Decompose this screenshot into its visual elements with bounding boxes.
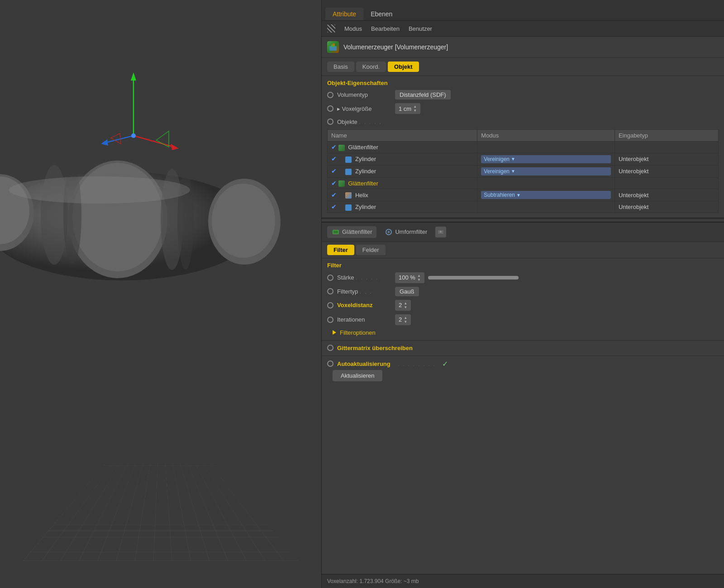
row-check[interactable]: ✔ <box>331 191 337 199</box>
tab-felder[interactable]: Felder <box>356 245 386 255</box>
properties-panel: Attribute Ebenen Modus Bearbeiten Benutz… <box>321 0 724 588</box>
svg-text:+: + <box>439 229 442 234</box>
table-row[interactable]: ✔ Glättenfilter <box>328 177 719 189</box>
tab-filter[interactable]: Filter <box>327 245 354 255</box>
spinner-arrows-staerke[interactable]: ▲▼ <box>417 274 421 282</box>
filtertyp-label: Filtertyp . . . <box>337 288 391 295</box>
voxelgroesse-spinner[interactable]: 1 cm ▲ ▼ <box>395 103 420 114</box>
svg-marker-20 <box>111 133 121 144</box>
row-icon-blue <box>345 169 352 175</box>
staerke-slider[interactable] <box>428 276 519 280</box>
svg-rect-23 <box>333 43 335 46</box>
iterationen-spinner[interactable]: 2 ▲▼ <box>395 314 411 325</box>
section-divider <box>322 218 724 219</box>
svg-line-14 <box>133 136 174 147</box>
row-eingabe-cell: Unterobjekt <box>614 153 718 165</box>
transformfilter-icon <box>385 228 393 236</box>
staerke-dot[interactable] <box>327 275 333 281</box>
tab-koord[interactable]: Koord. <box>356 62 386 72</box>
tab-ebenen[interactable]: Ebenen <box>363 8 400 20</box>
object-icon <box>327 41 339 53</box>
bearbeiten-button[interactable]: Bearbeiten <box>371 25 400 32</box>
row-name-cell: ✔ Zylinder <box>328 153 477 165</box>
staerke-spinner[interactable]: 100 % ▲▼ <box>395 272 424 283</box>
objekte-label: Objekte . . . . . <box>337 119 391 125</box>
3d-viewport[interactable] <box>0 0 321 588</box>
table-row[interactable]: ✔ Helix Subtrahieren ▼ Unterobjekt <box>328 189 719 201</box>
objekte-dot[interactable] <box>327 119 333 125</box>
row-modus-cell: Vereinigen ▼ <box>477 153 615 165</box>
row-check[interactable]: ✔ <box>331 167 337 175</box>
filtertyp-dropdown[interactable]: Gauß <box>395 287 419 296</box>
filteroptionen-row[interactable]: Filteroptionen <box>322 327 724 338</box>
modus-dropdown[interactable]: Vereinigen ▼ <box>481 167 611 175</box>
benutzer-button[interactable]: Benutzer <box>409 25 432 32</box>
autoaktualisierung-label: Autoaktualisierung <box>337 360 391 367</box>
row-icon-group <box>338 145 345 151</box>
umformfilter-btn[interactable]: Umformfilter <box>380 226 432 238</box>
row-modus-cell: Vereinigen ▼ <box>477 165 615 177</box>
tab-basis[interactable]: Basis <box>327 62 354 72</box>
row-modus-cell <box>477 142 615 153</box>
row-check[interactable]: ✔ <box>331 155 337 162</box>
object-title: Volumenerzeuger [Volumenerzeuger] <box>343 43 448 51</box>
iterationen-label: Iterationen <box>337 316 391 323</box>
svg-marker-15 <box>171 144 179 150</box>
glaettenfilter-btn[interactable]: Glättenfilter <box>327 226 376 238</box>
svg-point-11 <box>9 176 190 204</box>
modus-dropdown[interactable]: Subtrahieren ▼ <box>481 191 611 199</box>
filtertyp-dot[interactable] <box>327 288 333 294</box>
row-name-cell: ✔ Zylinder <box>328 165 477 177</box>
modus-dropdown[interactable]: Vereinigen ▼ <box>481 155 611 163</box>
iterationen-row: Iterationen 2 ▲▼ <box>322 313 724 327</box>
autoaktualisierung-dot[interactable] <box>327 360 333 367</box>
volumentyp-label: Volumentyp <box>337 91 391 98</box>
aktualisieren-button[interactable]: Aktualisieren <box>333 370 382 381</box>
voxeldistanz-row: Voxeldistanz 2 ▲▼ <box>322 298 724 313</box>
objekte-row: Objekte . . . . . <box>322 116 724 128</box>
tab-objekt[interactable]: Objekt <box>388 62 419 72</box>
iterationen-dot[interactable] <box>327 317 333 323</box>
voxeldistanz-spinner[interactable]: 2 ▲▼ <box>395 300 411 311</box>
gittermatrix-row[interactable]: Gittermatrix überschreiben <box>322 342 724 354</box>
voxeldistanz-dot[interactable] <box>327 302 333 308</box>
table-row[interactable]: ✔ Glättenfilter <box>328 142 719 153</box>
auto-dots: . . . . . . . . <box>398 360 436 367</box>
spinner-arrows-iterationen[interactable]: ▲▼ <box>404 316 407 324</box>
autoaktualisierung-row: Autoaktualisierung . . . . . . . . ✓ <box>322 358 724 370</box>
row-icon-helix <box>345 192 352 199</box>
row-check[interactable]: ✔ <box>331 203 337 210</box>
volumentyp-dot[interactable] <box>327 92 333 98</box>
spinner-arrows[interactable]: ▲ ▼ <box>413 104 417 113</box>
row-check[interactable]: ✔ <box>331 143 337 151</box>
object-header: Volumenerzeuger [Volumenerzeuger] <box>322 37 724 58</box>
row-name-cell: ✔ Glättenfilter <box>328 142 477 153</box>
tab-attribute[interactable]: Attribute <box>325 8 363 20</box>
filter-tab-bar: Filter Felder <box>322 242 724 258</box>
volumentyp-row: Volumentyp Distanzfeld (SDF) <box>322 88 724 101</box>
table-row[interactable]: ✔ Zylinder Unterobjekt <box>328 201 719 213</box>
viewport-axes <box>97 68 179 158</box>
gittermatrix-dot[interactable] <box>327 345 333 351</box>
col-name: Name <box>328 130 477 142</box>
plus-icon: + <box>437 228 444 236</box>
volumentyp-dropdown[interactable]: Distanzfeld (SDF) <box>395 90 451 100</box>
table-row[interactable]: ✔ Zylinder Vereinigen ▼ Unterobjekt <box>328 165 719 177</box>
spinner-arrows-voxeldistanz[interactable]: ▲▼ <box>404 301 407 309</box>
row-check[interactable]: ✔ <box>331 180 337 187</box>
autoaktualisierung-tick: ✓ <box>442 360 448 368</box>
filter-header-bar: Glättenfilter Umformfilter + <box>322 222 724 242</box>
status-bar: Voxelanzahl: 1.723.904 Größe: ~3 mb <box>322 574 724 588</box>
table-row[interactable]: ✔ Zylinder Vereinigen ▼ Unterobjekt <box>328 153 719 165</box>
voxeldistanz-label: Voxeldistanz <box>337 302 391 308</box>
row-name-cell: ✔ Zylinder <box>328 201 477 213</box>
filteroptionen-label: Filteroptionen <box>340 329 376 336</box>
row-icon-blue <box>345 156 352 163</box>
grid-icon <box>327 24 335 33</box>
panel-scroll-area[interactable]: Objekt-Eigenschaften Volumentyp Distanzf… <box>322 76 724 574</box>
expand-icon <box>333 330 336 335</box>
add-filter-button[interactable]: + <box>435 227 446 237</box>
modus-button[interactable]: Modus <box>344 25 362 32</box>
objects-section: Name Modus Eingabetyp ✔ Glättenfilter <box>322 128 724 215</box>
voxelgroesse-dot[interactable] <box>327 105 333 112</box>
